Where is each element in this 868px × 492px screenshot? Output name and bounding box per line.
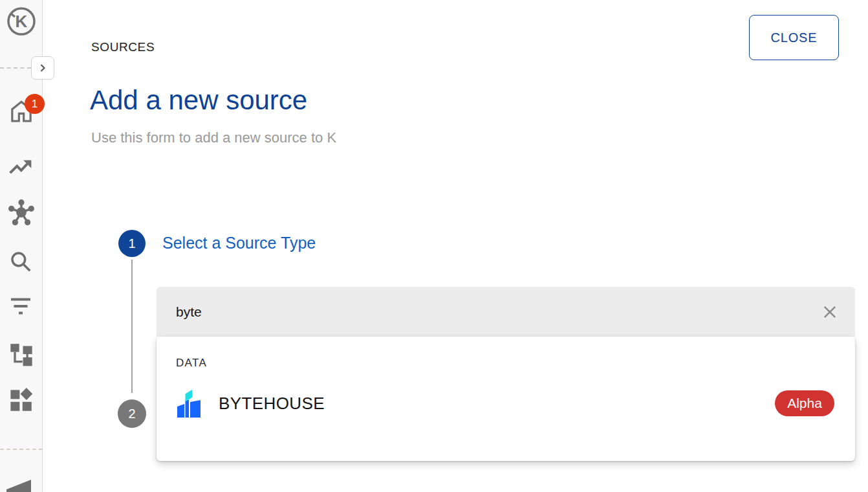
source-type-search-field (157, 287, 855, 337)
search-results-dropdown: DATA BYTEHOUSE Alpha (157, 337, 855, 461)
breadcrumb: SOURCES (91, 40, 155, 54)
step-2-indicator: 2 (118, 399, 146, 428)
widgets-icon (8, 387, 35, 414)
sidebar-item-search[interactable] (8, 249, 33, 276)
alpha-status-badge: Alpha (775, 390, 834, 416)
chevron-right-icon (36, 62, 49, 74)
close-x-icon (821, 303, 839, 321)
app-logo[interactable]: K (5, 5, 38, 38)
result-item-bytehouse[interactable]: BYTEHOUSE Alpha (157, 385, 855, 422)
search-icon (8, 249, 33, 274)
trending-up-icon (8, 156, 34, 179)
sidebar-item-schema[interactable] (8, 341, 35, 370)
bytehouse-logo-icon (177, 389, 201, 420)
step-1-indicator: 1 (118, 230, 146, 257)
close-button[interactable]: CLOSE (749, 15, 839, 60)
page-title: Add a new source (90, 85, 307, 115)
page-subtitle: Use this form to add a new source to K (91, 129, 336, 146)
sidebar-bottom-divider (0, 449, 43, 450)
sidebar: K 1 (0, 0, 43, 492)
sidebar-item-trends[interactable] (8, 156, 34, 182)
sidebar-expand-button[interactable] (31, 56, 54, 80)
result-item-name: BYTEHOUSE (219, 394, 325, 414)
clear-search-button[interactable] (820, 302, 840, 322)
sidebar-item-filter[interactable] (9, 296, 32, 319)
sidebar-item-lineage[interactable] (6, 198, 36, 230)
schema-icon (8, 341, 35, 367)
step-connector-line (131, 260, 133, 393)
source-type-search-input[interactable] (176, 287, 797, 337)
sidebar-top-divider (0, 67, 31, 69)
filter-icon (9, 296, 32, 316)
k-logo-icon: K (5, 5, 38, 38)
sidebar-item-widgets[interactable] (8, 387, 35, 417)
home-notification-badge: 1 (25, 94, 45, 114)
hub-icon (6, 198, 36, 228)
result-group-label: DATA (176, 357, 207, 370)
svg-text:K: K (16, 12, 28, 31)
sidebar-item-play[interactable] (6, 478, 32, 492)
play-icon (6, 478, 32, 492)
step-1-label: Select a Source Type (162, 234, 316, 252)
